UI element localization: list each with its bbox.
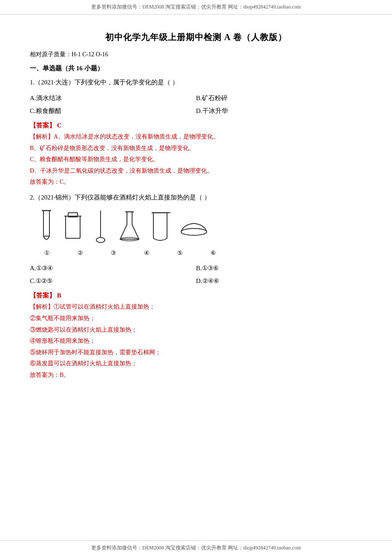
q2-answer-line: 【答案】 B <box>30 292 362 300</box>
q1-option-c: C.粮食酿醋 <box>30 104 196 117</box>
question-2: 2.（2021·锦州）下列仪器能够在酒精灯火焰上直接加热的是（ ） <box>30 192 362 203</box>
q2-analysis-label: 【解析】 <box>30 304 54 310</box>
footer-bar: 更多资料添加微信号：DEM2008 淘宝搜索店铺：优尖升教育 网址：shop49… <box>0 541 392 555</box>
svg-rect-0 <box>43 211 49 236</box>
num-6: ⑥ <box>205 249 222 257</box>
q2-analysis-line3: ④锥形瓶不能用来加热； <box>30 338 95 344</box>
page-title: 初中化学九年级上册期中检测 A 卷（人教版） <box>30 32 362 43</box>
instrument-2 <box>62 208 84 247</box>
q1-option-b: B.矿石粉碎 <box>196 92 362 104</box>
q1-analysis-label: 【解析】 <box>30 133 54 140</box>
q1-analysis-line1: B、矿石粉碎是物质形态改变，没有新物质生成，是物理变化。 <box>30 145 195 151</box>
q1-analysis-line0: A、滴水结冰是水的状态改变，没有新物质生成，是物理变化。 <box>54 133 219 140</box>
q1-analysis-line2: C、粮食酿醋有醋酸等新物质生成，是化学变化。 <box>30 156 159 162</box>
q1-text: 1.（2021·大连）下列变化中，属于化学变化的是（ ） <box>30 79 179 86</box>
svg-point-7 <box>96 237 105 243</box>
main-content: 初中化学九年级上册期中检测 A 卷（人教版） 相对原子质量：H-1 C-12 O… <box>0 14 392 410</box>
q2-analysis: 【解析】①试管可以在酒精灯火焰上直接加热； ②集气瓶不能用来加热； ③燃烧匙可以… <box>30 301 362 370</box>
num-3: ③ <box>105 249 122 257</box>
q2-option-b: B.①③⑥ <box>196 262 362 275</box>
q2-option-c: C.①②⑤ <box>30 275 196 287</box>
instrument-1 <box>38 208 55 247</box>
atomic-mass: 相对原子质量：H-1 C-12 O-16 <box>30 51 362 58</box>
q1-answer-line: 【答案】 C <box>30 121 362 130</box>
header-bar: 更多资料添加微信号：DEM2008 淘宝搜索店铺：优尖升教育 网址：shop49… <box>0 0 392 14</box>
q2-text: 2.（2021·锦州）下列仪器能够在酒精灯火焰上直接加热的是（ ） <box>30 194 210 201</box>
q2-answer: B <box>57 292 61 299</box>
svg-point-12 <box>181 228 207 235</box>
q1-conclusion: 故答案为：C。 <box>30 178 362 186</box>
q1-analysis: 【解析】A、滴水结冰是水的状态改变，没有新物质生成，是物理变化。 B、矿石粉碎是… <box>30 131 362 176</box>
q2-analysis-line5: ⑥蒸发皿可以在酒精灯火焰上直接加热； <box>30 360 137 367</box>
instrument-5 <box>149 208 171 247</box>
q2-answer-label: 【答案】 <box>30 292 55 299</box>
num-2: ② <box>72 249 89 257</box>
q2-analysis-line0: ①试管可以在酒精灯火焰上直接加热； <box>54 304 155 310</box>
q2-option-a: A.①③④ <box>30 262 196 275</box>
footer-text: 更多资料添加微信号：DEM2008 淘宝搜索店铺：优尖升教育 网址：shop49… <box>91 545 301 551</box>
num-1: ① <box>38 249 55 257</box>
instruments-row <box>38 208 362 247</box>
q2-options: A.①③④ B.①③⑥ C.①②⑤ D.②④⑥ <box>30 262 362 287</box>
instruments-section: ① ② ③ ④ ⑤ ⑥ <box>30 208 362 257</box>
q2-conclusion: 故答案为：B。 <box>30 371 362 379</box>
section1-title: 一、单选题（共 16 小题） <box>30 64 362 72</box>
q1-option-a: A.滴水结冰 <box>30 92 196 104</box>
instrument-numbers: ① ② ③ ④ ⑤ ⑥ <box>38 249 362 257</box>
q1-answer: C <box>57 122 62 129</box>
num-4: ④ <box>138 249 155 257</box>
q2-analysis-line1: ②集气瓶不能用来加热； <box>30 315 95 321</box>
num-5: ⑤ <box>171 249 188 257</box>
svg-rect-2 <box>66 216 80 238</box>
q1-answer-label: 【答案】 <box>30 122 55 129</box>
question-1: 1.（2021·大连）下列变化中，属于化学变化的是（ ） <box>30 77 362 88</box>
q2-option-d: D.②④⑥ <box>196 275 362 287</box>
instrument-3 <box>91 208 110 247</box>
q1-analysis-line3: D、干冰升华是二氧化碳的状态改变，没有新物质生成，是物理变化。 <box>30 168 213 174</box>
header-text: 更多资料添加微信号：DEM2008 淘宝搜索店铺：优尖升教育 网址：shop49… <box>91 4 301 10</box>
q1-option-d: D.干冰升华 <box>196 104 362 117</box>
q2-analysis-line2: ③燃烧匙可以在酒精灯火焰上直接加热； <box>30 327 137 333</box>
q1-options: A.滴水结冰 B.矿石粉碎 C.粮食酿醋 D.干冰升华 <box>30 92 362 117</box>
q2-analysis-line4: ⑤烧杯用于加热时不能直接加热，需要垫石棉网； <box>30 349 161 356</box>
instrument-6 <box>179 208 209 247</box>
instrument-4 <box>118 208 141 247</box>
